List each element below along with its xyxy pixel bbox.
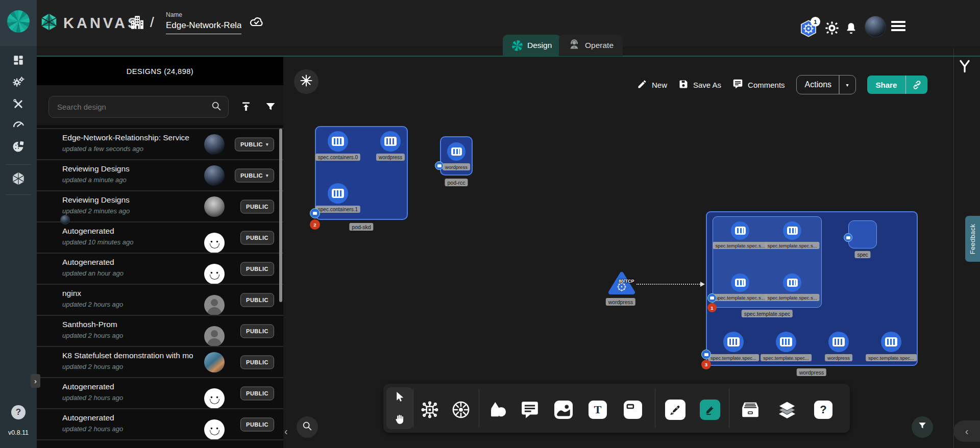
container-node[interactable] bbox=[828, 332, 849, 352]
designs-list-scrollbar[interactable] bbox=[279, 129, 282, 302]
design-list-item[interactable]: Reviewing Designs updated a minute ago P… bbox=[37, 159, 283, 190]
save-as-button[interactable]: Save As bbox=[678, 79, 721, 91]
settings-gear-icon[interactable] bbox=[824, 20, 840, 36]
sidebar-item-kanvas[interactable] bbox=[11, 172, 26, 187]
actions-button[interactable]: Actions ▾ bbox=[796, 75, 856, 94]
kubernetes-tool[interactable] bbox=[450, 399, 472, 420]
group-label: spec.template.spec bbox=[742, 310, 793, 317]
pod-kind-badge[interactable] bbox=[844, 233, 852, 242]
pen-tool[interactable] bbox=[665, 400, 685, 420]
zoom-search-button[interactable] bbox=[297, 416, 318, 438]
visibility-badge[interactable]: PUBLIC▾ bbox=[235, 137, 274, 151]
copy-link-icon[interactable] bbox=[906, 80, 927, 90]
pod-kind-badge[interactable] bbox=[701, 350, 711, 359]
filter-designs-button[interactable] bbox=[259, 96, 281, 118]
design-search-box[interactable] bbox=[48, 96, 229, 118]
panel-expand-chevron[interactable]: › bbox=[31, 374, 40, 388]
container-node[interactable] bbox=[776, 332, 796, 352]
canvas-collapse-left-chevron[interactable]: ‹ bbox=[284, 426, 288, 437]
design-list-item[interactable]: Autogenerated updated an hour ago PUBLIC bbox=[37, 253, 283, 284]
container-node[interactable] bbox=[731, 221, 749, 240]
comments-button[interactable]: Comments bbox=[732, 79, 785, 91]
text-tool[interactable]: T bbox=[589, 401, 607, 419]
container-node[interactable] bbox=[783, 273, 801, 292]
visibility-badge[interactable]: PUBLIC bbox=[240, 355, 274, 369]
design-list-item[interactable]: Santhosh-Prom updated 2 hours ago PUBLIC bbox=[37, 315, 283, 346]
sidebar-item-performance[interactable] bbox=[11, 118, 26, 133]
pod-kind-badge[interactable] bbox=[310, 208, 320, 218]
design-list-item[interactable]: K8 Statefulset demonstration with mo upd… bbox=[37, 346, 283, 377]
node-service-wordpress[interactable] bbox=[608, 271, 635, 297]
share-button[interactable]: Share bbox=[867, 76, 928, 94]
notifications-bell-icon[interactable] bbox=[844, 21, 858, 35]
design-list-item[interactable]: Autogenerated updated 10 minutes ago PUB… bbox=[37, 221, 283, 253]
pod-kind-badge[interactable] bbox=[435, 161, 444, 170]
tab-operate[interactable]: Operate bbox=[559, 35, 623, 56]
error-count-badge[interactable]: 3 bbox=[701, 360, 711, 369]
dock-help-tool[interactable]: ? bbox=[814, 401, 832, 419]
visibility-badge[interactable]: PUBLIC bbox=[240, 262, 274, 276]
visibility-badge[interactable]: PUBLIC bbox=[240, 231, 274, 244]
visibility-badge[interactable]: PUBLIC bbox=[240, 200, 274, 213]
designs-list: Edge-Network-Relationship: Service updat… bbox=[37, 125, 283, 448]
group-label: pod-rcc bbox=[445, 179, 468, 186]
container-node[interactable] bbox=[783, 221, 801, 240]
visibility-badge[interactable]: PUBLIC bbox=[240, 324, 274, 338]
design-list-item[interactable]: nginx updated 2 hours ago PUBLIC bbox=[37, 284, 283, 315]
meshery-logo-icon[interactable] bbox=[7, 10, 30, 33]
caret-down-icon[interactable]: ▾ bbox=[840, 82, 855, 88]
design-list-item[interactable]: Edge-Network-Relationship: Service updat… bbox=[37, 128, 283, 159]
container-node[interactable] bbox=[380, 131, 401, 152]
sidebar-item-lifecycle[interactable] bbox=[11, 76, 26, 91]
right-panel-collapse-button[interactable]: ‹ bbox=[953, 420, 980, 442]
import-design-button[interactable] bbox=[235, 96, 257, 118]
visibility-badge[interactable]: PUBLIC bbox=[240, 386, 274, 400]
error-count-badge[interactable]: 1 bbox=[707, 303, 717, 312]
container-node[interactable] bbox=[881, 332, 901, 352]
merge-y-icon[interactable] bbox=[958, 58, 972, 73]
sidebar-item-extensions[interactable] bbox=[11, 140, 26, 155]
tab-design[interactable]: Design bbox=[503, 35, 561, 56]
container-node[interactable] bbox=[723, 332, 744, 352]
feedback-tab[interactable]: Feedback bbox=[965, 216, 980, 262]
frame-tool[interactable] bbox=[624, 401, 642, 419]
canvas-menu-button[interactable] bbox=[294, 69, 318, 94]
freehand-draw-tool[interactable] bbox=[700, 400, 720, 420]
comment-annotation-tool[interactable] bbox=[520, 400, 540, 419]
layers-tool[interactable] bbox=[777, 400, 797, 420]
components-tool[interactable] bbox=[420, 400, 440, 420]
filter-funnel-button[interactable] bbox=[912, 416, 933, 438]
design-search-input[interactable] bbox=[57, 103, 211, 111]
pan-hand-tool[interactable] bbox=[394, 413, 406, 426]
new-button[interactable]: New bbox=[637, 79, 667, 91]
select-pointer-tool[interactable] bbox=[394, 391, 406, 404]
menu-hamburger-icon[interactable] bbox=[891, 21, 905, 31]
organization-icon[interactable] bbox=[129, 13, 146, 32]
design-list-item[interactable]: Reviewing Designs updated 2 minutes ago … bbox=[37, 190, 283, 221]
design-name: Reviewing Designs bbox=[62, 164, 193, 173]
node-spec[interactable] bbox=[848, 220, 877, 248]
shapes-tool[interactable] bbox=[488, 400, 507, 419]
kanvas-brand[interactable]: KANVAS bbox=[39, 12, 140, 34]
visibility-badge[interactable]: PUBLIC bbox=[240, 417, 274, 431]
design-list-item[interactable]: Autogenerated updated 2 hours ago PUBLIC bbox=[37, 377, 283, 408]
container-node[interactable] bbox=[328, 183, 348, 204]
sidebar-item-configuration[interactable] bbox=[11, 97, 26, 113]
design-name-label: Name bbox=[166, 11, 182, 18]
user-avatar[interactable] bbox=[865, 16, 886, 37]
image-tool[interactable] bbox=[554, 401, 573, 419]
design-updated: updated a minute ago bbox=[62, 176, 195, 184]
design-list-item[interactable]: Autogenerated updated 2 hours ago PUBLIC bbox=[37, 408, 283, 439]
drawer-archive-tool[interactable] bbox=[740, 400, 761, 420]
visibility-badge[interactable]: PUBLIC bbox=[240, 293, 274, 307]
design-name-input[interactable] bbox=[166, 19, 241, 34]
cloud-saved-icon[interactable] bbox=[249, 15, 264, 29]
container-node[interactable] bbox=[447, 142, 465, 161]
container-node[interactable] bbox=[328, 131, 348, 152]
error-count-badge[interactable]: 2 bbox=[310, 219, 320, 230]
pod-kind-badge[interactable] bbox=[707, 293, 717, 303]
visibility-badge[interactable]: PUBLIC▾ bbox=[235, 168, 274, 182]
help-button[interactable]: ? bbox=[11, 405, 26, 419]
sidebar-item-dashboard[interactable] bbox=[11, 54, 26, 69]
container-node[interactable] bbox=[731, 273, 749, 292]
